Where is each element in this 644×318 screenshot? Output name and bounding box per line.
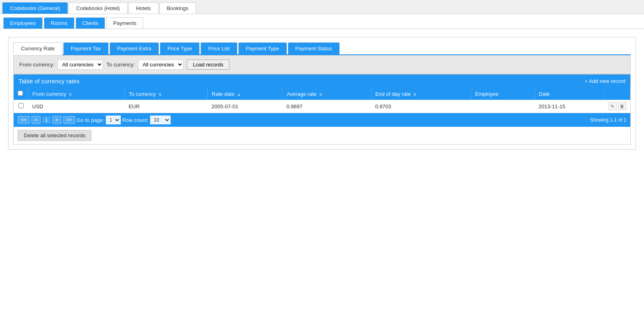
sort-end-of-day-rate-icon: ⇅: [413, 93, 417, 97]
inner-tab-price-type[interactable]: Price Type: [160, 42, 200, 54]
sort-rate-date-icon: ▲: [237, 93, 241, 97]
inner-tab-payment-tax[interactable]: Payment Tax: [63, 42, 109, 54]
tab-payments[interactable]: Payments: [106, 17, 143, 29]
tab-employees[interactable]: Employees: [3, 17, 43, 29]
col-employee: Employee: [471, 88, 535, 100]
col-date: Date: [535, 88, 604, 100]
tab-rooms[interactable]: Rooms: [44, 17, 74, 29]
edit-record-icon[interactable]: ✎: [609, 102, 617, 110]
from-currency-label: From currency:: [19, 62, 54, 68]
col-average-rate[interactable]: Average rate ⇅: [283, 88, 371, 100]
action-icons: ✎ 🗑: [609, 102, 626, 110]
sort-average-rate-icon: ⇅: [319, 93, 322, 97]
load-records-button[interactable]: Load records: [187, 60, 229, 70]
delete-all-selected-button[interactable]: Delete all selected records: [18, 130, 91, 141]
col-rate-date[interactable]: Rate date ▲: [208, 88, 283, 100]
row-count-select[interactable]: 10 25 50 100: [150, 116, 171, 124]
col-end-of-day-rate[interactable]: End of day rate ⇅: [371, 88, 471, 100]
cell-to-currency: EUR: [124, 100, 207, 113]
current-page: 1: [42, 116, 51, 124]
to-currency-label: To currency:: [106, 62, 135, 68]
content-area: Currency Rate Payment Tax Payment Extra …: [0, 29, 644, 158]
table-title: Table of currency rates: [19, 78, 80, 85]
col-from-currency[interactable]: From currency ⇅: [28, 88, 124, 100]
col-to-currency[interactable]: To currency ⇅: [124, 88, 207, 100]
pagination-controls: << < 1 > >> Go to page: 1 Row count: 10 …: [18, 116, 171, 124]
tab-clients[interactable]: Clients: [76, 17, 105, 29]
pagination-bar: << < 1 > >> Go to page: 1 Row count: 10 …: [14, 113, 630, 127]
inner-tab-currency-rate[interactable]: Currency Rate: [13, 42, 62, 55]
showing-text: Showing 1-1 of 1: [590, 117, 626, 123]
from-currency-select[interactable]: All currencies USD EUR GBP CHF: [58, 60, 103, 70]
inner-tab-price-list[interactable]: Price List: [200, 42, 237, 54]
first-page-button[interactable]: <<: [18, 116, 30, 124]
main-panel: Currency Rate Payment Tax Payment Extra …: [8, 37, 636, 150]
sort-from-currency-icon: ⇅: [69, 93, 72, 97]
go-to-page-label: Go to page:: [77, 117, 104, 123]
cell-rate-date: 2005-07-01: [208, 100, 283, 113]
last-page-button[interactable]: >>: [63, 116, 75, 124]
delete-record-icon[interactable]: 🗑: [618, 102, 626, 110]
tab-codebooks-general[interactable]: Codebooks (General): [2, 2, 68, 14]
inner-tab-payment-status[interactable]: Payment Status: [288, 42, 340, 54]
to-currency-select[interactable]: All currencies USD EUR GBP CHF: [138, 60, 184, 70]
inner-tab-payment-extra[interactable]: Payment Extra: [109, 42, 159, 54]
add-new-record-button[interactable]: + Add new record: [584, 78, 625, 84]
filter-bar: From currency: All currencies USD EUR GB…: [13, 55, 631, 74]
row-checkbox[interactable]: [18, 103, 24, 108]
cell-employee: [471, 100, 535, 113]
cell-end-of-day-rate: 0.9703: [371, 100, 471, 113]
select-all-checkbox[interactable]: [18, 91, 23, 96]
currency-rate-table: From currency ⇅ To currency ⇅ Rate date …: [14, 88, 630, 113]
row-count-label: Row count:: [122, 117, 149, 123]
cell-average-rate: 0.9697: [283, 100, 371, 113]
second-nav: Employees Rooms Clients Payments: [0, 14, 644, 29]
next-page-button[interactable]: >: [52, 116, 62, 124]
top-nav: Codebooks (General) Codebooks (Hotel) Ho…: [0, 0, 644, 14]
sort-to-currency-icon: ⇅: [159, 93, 162, 97]
table-container: Table of currency rates + Add new record…: [13, 74, 631, 145]
cell-from-currency: USD: [28, 100, 124, 113]
prev-page-button[interactable]: <: [31, 116, 41, 124]
inner-tab-bar: Currency Rate Payment Tax Payment Extra …: [13, 42, 631, 55]
table-header-bar: Table of currency rates + Add new record: [14, 74, 630, 88]
inner-tab-payment-type[interactable]: Payment Type: [238, 42, 287, 54]
go-to-page-select[interactable]: 1: [106, 116, 121, 124]
table-header-row: From currency ⇅ To currency ⇅ Rate date …: [14, 88, 630, 100]
delete-bar: Delete all selected records: [14, 127, 630, 144]
tab-bookings[interactable]: Bookings: [159, 2, 196, 14]
tab-hotels[interactable]: Hotels: [128, 2, 159, 14]
cell-date: 2013-11-15: [535, 100, 604, 113]
table-row: USD EUR 2005-07-01 0.9697 0.9703 2013-11…: [14, 100, 630, 113]
tab-codebooks-hotel[interactable]: Codebooks (Hotel): [68, 2, 127, 14]
